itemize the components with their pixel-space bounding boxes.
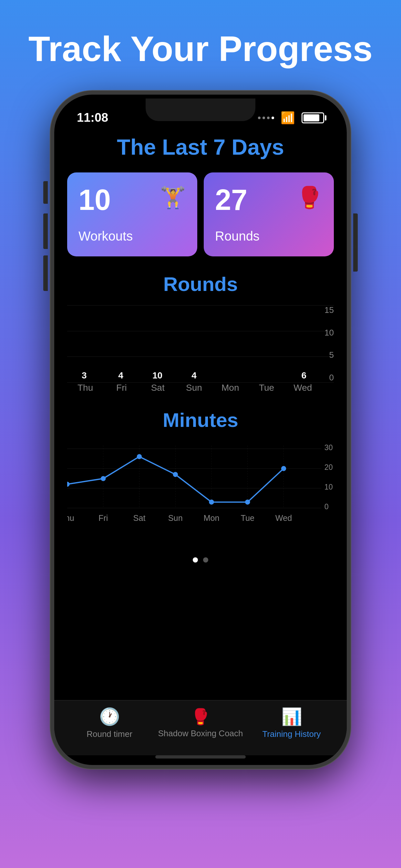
point-mon (209, 500, 214, 505)
point-fri (101, 476, 106, 481)
day-sat: Sat (140, 383, 176, 396)
workouts-label: Workouts (79, 229, 186, 244)
tab-shadow-boxing-label: Shadow Boxing Coach (158, 728, 243, 739)
bar-label-fri: 4 (118, 370, 123, 381)
volume-up-button (43, 213, 48, 249)
bar-label-sun: 4 (191, 370, 197, 381)
rounds-number: 27 (215, 185, 247, 214)
tab-shadow-boxing[interactable]: 🥊 Shadow Boxing Coach (155, 708, 246, 739)
workouts-card: 10 🏋 Workouts (67, 173, 197, 256)
day-tue: Tue (248, 383, 284, 396)
power-button (353, 213, 358, 272)
line-y-0: 0 (325, 502, 329, 511)
line-chart-svg: Thu Fri Sat Sun Mon Tue Wed 30 20 10 0 (67, 441, 334, 538)
bar-group-fri: 4 (104, 370, 137, 383)
line-day-mon: Mon (204, 514, 219, 523)
minutes-chart-section: Minutes (54, 408, 347, 538)
rounds-card: 27 🥊 Rounds (204, 173, 334, 256)
clock-icon: 🕐 (99, 707, 120, 726)
bar-chart-area: 3 4 10 (67, 305, 334, 396)
page-title: Track Your Progress (9, 0, 392, 88)
bar-group-sat: 10 (141, 370, 174, 383)
line-day-sat: Sat (133, 514, 146, 523)
wifi-icon: 📶 (281, 111, 295, 125)
point-thu (67, 482, 70, 487)
battery-fill (304, 114, 319, 121)
bar-group-sun: 4 (177, 370, 211, 383)
bar-label-sat: 10 (152, 370, 162, 381)
status-time: 11:08 (77, 111, 108, 125)
rounds-card-top: 27 🥊 (215, 185, 322, 214)
bar-label-thu: 3 (82, 370, 87, 381)
line-y-20: 20 (325, 463, 333, 471)
status-icons: 📶 (258, 111, 324, 125)
day-wed: Wed (285, 383, 321, 396)
point-sat (137, 454, 142, 459)
notch (146, 98, 255, 121)
workouts-card-top: 10 🏋 (79, 185, 186, 214)
day-fri: Fri (103, 383, 140, 396)
bar-group-thu: 3 (67, 370, 101, 383)
y-label-0: 0 (329, 373, 334, 383)
stats-row: 10 🏋 Workouts 27 🥊 Rounds (54, 173, 347, 256)
point-wed (281, 466, 286, 471)
tab-training-history-label: Training History (262, 729, 320, 739)
line-day-thu: Thu (67, 514, 74, 523)
bar-chart-bars: 3 4 10 (67, 305, 321, 383)
phone-mockup: 11:08 📶 The Last 7 Days (50, 91, 351, 769)
rounds-chart-title: Rounds (67, 273, 334, 296)
tab-training-history[interactable]: 📊 Training History (246, 707, 337, 739)
rounds-bar-chart: 3 4 10 (67, 305, 334, 396)
point-tue (245, 500, 250, 505)
line-day-wed: Wed (275, 514, 292, 523)
point-sun (173, 472, 178, 477)
boxer-tab-icon: 🥊 (191, 708, 210, 726)
app-content: The Last 7 Days 10 🏋 Workouts 27 (54, 125, 347, 765)
rounds-label: Rounds (215, 229, 322, 244)
line-day-tue: Tue (241, 514, 254, 523)
line-day-sun: Sun (168, 514, 183, 523)
volume-down-button (43, 255, 48, 291)
home-indicator (155, 755, 246, 758)
chart-icon: 📊 (281, 707, 302, 726)
screen: 11:08 📶 The Last 7 Days (54, 95, 347, 765)
dumbbell-icon: 🏋 (160, 185, 186, 210)
day-thu: Thu (67, 383, 103, 396)
tab-round-timer[interactable]: 🕐 Round timer (64, 707, 155, 739)
dot-1 (193, 557, 198, 562)
line-y-10: 10 (325, 483, 333, 491)
line-day-fri: Fri (98, 514, 108, 523)
dot-2 (203, 557, 208, 562)
line-y-30: 30 (325, 443, 333, 452)
workouts-number: 10 (79, 185, 111, 214)
mute-button (43, 181, 48, 204)
period-title: The Last 7 Days (54, 134, 347, 159)
day-sun: Sun (176, 383, 212, 396)
bar-day-labels: Thu Fri Sat Sun Mon Tue Wed (67, 383, 321, 396)
rounds-y-axis: 15 10 5 0 (321, 305, 334, 383)
battery-icon (302, 113, 324, 123)
minutes-chart-title: Minutes (67, 408, 334, 431)
signal-icon (258, 117, 274, 119)
day-mon: Mon (212, 383, 248, 396)
tab-round-timer-label: Round timer (87, 729, 132, 739)
minutes-line-chart: Thu Fri Sat Sun Mon Tue Wed 30 20 10 0 (67, 441, 334, 538)
boxer-icon: 🥊 (297, 185, 322, 210)
page-indicators (54, 551, 347, 566)
spacer (54, 566, 347, 700)
bar-group-wed: 6 (287, 370, 321, 383)
bar-label-wed: 6 (301, 370, 306, 381)
y-label-5: 5 (329, 350, 334, 360)
y-label-10: 10 (325, 328, 334, 338)
y-label-15: 15 (325, 305, 334, 315)
tab-bar: 🕐 Round timer 🥊 Shadow Boxing Coach 📊 Tr… (54, 700, 347, 755)
phone-frame: 11:08 📶 The Last 7 Days (50, 91, 351, 769)
rounds-chart-section: Rounds (54, 273, 347, 396)
